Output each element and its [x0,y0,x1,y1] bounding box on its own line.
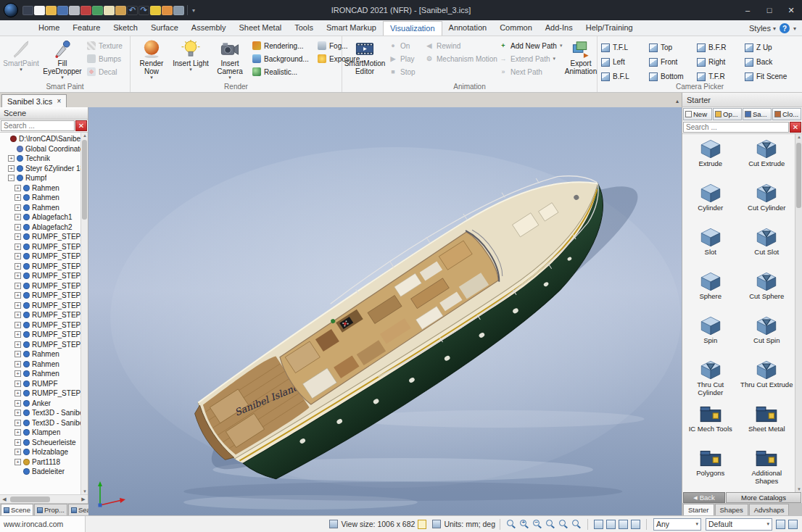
expander-icon[interactable]: + [15,381,21,387]
mechanism-motion-button[interactable]: ⚙Mechanism Motion [425,54,493,64]
shapes-tab[interactable]: Shapes [715,504,748,515]
texture-button[interactable]: Texture [87,41,123,51]
view-size-spinner[interactable] [418,520,426,529]
catalog-item-extrude[interactable]: Extrude [682,136,739,180]
catalog-item-cylinder[interactable]: Cylinder [682,180,739,224]
render-mode-icon[interactable] [776,520,785,529]
catalog-scrollbar[interactable]: ▲ ▼ [795,134,802,492]
smartmotion-editor-button[interactable]: SmartMotion Editor [344,38,385,82]
catalog-item-cut-slot[interactable]: Cut Slot [739,224,795,268]
catalog-item-ic-mech-tools[interactable]: IC Mech Tools [682,401,739,445]
tree-item[interactable]: +Ablagefach1 [0,212,80,223]
starter-tab[interactable]: Starter [683,504,714,515]
tree-item[interactable]: -Rumpf [0,173,80,183]
zoom-in-icon[interactable]: + [519,519,529,529]
catalog-panel-header[interactable]: Starter [682,93,802,107]
tree-item[interactable]: +Holzablage [0,447,80,457]
sa-button[interactable]: Sa... [743,108,772,120]
tab-home[interactable]: Home [32,21,66,36]
close-button[interactable]: ✕ [780,0,802,20]
scene-tree-scrollbar[interactable]: ▲ ▼ [80,133,88,494]
scrollbar-thumb[interactable] [82,140,87,220]
rendering-button[interactable]: Rendering... [252,41,312,51]
expander-icon[interactable]: + [15,351,21,357]
tree-item[interactable]: +Rahmen [0,359,80,370]
camera-right-button[interactable]: Right [697,55,743,69]
redo-icon[interactable]: ↷ [139,6,149,15]
tree-item[interactable]: +RUMPF_STEP_A [0,262,80,272]
export-animation-button[interactable]: Export Animation [561,38,601,82]
tree-item[interactable]: +RUMPF_STEP_A [0,271,80,281]
scene-tab[interactable]: Scene [1,504,33,515]
tree-item[interactable]: +Rahmen [0,349,80,359]
clear-search-icon[interactable]: ✕ [790,122,801,133]
tree-item[interactable]: +Rahmen [0,193,80,203]
catalog-item-sheet-metal[interactable]: Sheet Metal [739,401,795,445]
ribbon-options-icon[interactable]: ▾ [793,25,796,32]
zoom-fit-icon[interactable] [545,519,555,529]
catalog-item-slot[interactable]: Slot [682,224,739,268]
tab-annotation[interactable]: Annotation [442,21,494,36]
ironcad-logo-icon[interactable] [4,3,18,17]
extend-path-button[interactable]: →Extend Path▾ [499,54,557,64]
scrollbar-thumb[interactable] [10,496,50,502]
tab-common[interactable]: Common [493,21,539,36]
import-doc-icon[interactable] [92,6,103,15]
tree-item[interactable]: +Klampen [0,428,80,438]
expander-icon[interactable]: + [8,155,15,162]
on-button[interactable]: ●On [389,41,419,51]
expander-icon[interactable]: - [8,175,15,181]
expander-icon[interactable]: + [15,390,21,396]
catalog-item-cut-extrude[interactable]: Cut Extrude [739,136,795,180]
scene-search-input[interactable] [1,120,75,131]
expander-icon[interactable]: + [15,322,21,328]
tab-smart-markup[interactable]: Smart Markup [320,21,383,36]
bumps-button[interactable]: Bumps [87,54,123,64]
styles-button[interactable]: Styles ▾ [749,24,776,33]
scroll-left-icon[interactable]: ◀ [0,496,9,502]
op-button[interactable]: Op... [713,108,742,120]
new-scene-icon[interactable] [34,6,45,15]
expander-icon[interactable]: + [15,214,21,220]
expander-icon[interactable]: + [15,459,21,465]
catalog-item-thru-cut-extrude[interactable]: Thru Cut Extrude [739,357,795,401]
tree-item[interactable]: +Rahmen [0,203,80,213]
walk-tool-icon[interactable] [631,520,640,529]
tree-item[interactable]: +Rahmen [0,183,80,194]
rewind-button[interactable]: ◀Rewind [425,41,493,51]
tree-item[interactable]: +RUMPF_STEP_A [0,301,80,311]
tree-item[interactable]: +Rahmen [0,369,80,379]
viewport-3d[interactable]: Sanibel Island [88,107,682,515]
scroll-up-icon[interactable]: ▲ [81,133,88,138]
tree-item[interactable]: +RUMPF_STEP_A [0,232,80,242]
tree-item[interactable]: +Ablagefach2 [0,223,80,233]
scroll-down-icon[interactable]: ▼ [81,489,88,494]
catalog-item-cut-spin[interactable]: Cut Spin [739,312,795,357]
config-combo[interactable]: Default ▾ [706,518,772,531]
tab-add-ins[interactable]: Add-Ins [539,21,579,36]
camera-top-button[interactable]: Top [649,41,695,54]
save-icon[interactable] [57,6,68,15]
expander-icon[interactable]: + [15,273,21,279]
expander-icon[interactable]: + [15,194,21,201]
next-path-button[interactable]: »Next Path [499,67,557,77]
tree-item[interactable]: +RUMPF_STEP_A [0,330,80,340]
fill-eyedropper-button[interactable]: Fill EyeDropper ▾ [41,38,83,82]
stop-button[interactable]: ■Stop [389,67,419,77]
tree-item[interactable]: +Text3D - Sanibel [0,418,80,428]
expander-icon[interactable]: + [15,429,21,436]
minimize-button[interactable]: – [737,0,758,20]
zoom-window-icon[interactable] [506,519,516,529]
pan-tool-icon[interactable] [606,520,616,529]
render-screen-icon[interactable] [22,6,33,15]
expander-icon[interactable]: + [15,312,21,318]
expander-icon[interactable]: + [15,449,21,455]
tree-item[interactable]: +RUMPF_STEP_A [0,242,80,252]
zoom-out-icon[interactable]: − [532,519,542,529]
zoom-selected-icon[interactable] [558,519,569,529]
undo-icon[interactable]: ↶ [127,6,138,15]
expander-icon[interactable]: + [15,233,21,240]
more-catalogs-button[interactable]: More Catalogs [726,492,801,503]
select-tool-icon[interactable] [594,520,603,529]
insert-light-button[interactable]: Insert Light ▾ [172,38,210,82]
